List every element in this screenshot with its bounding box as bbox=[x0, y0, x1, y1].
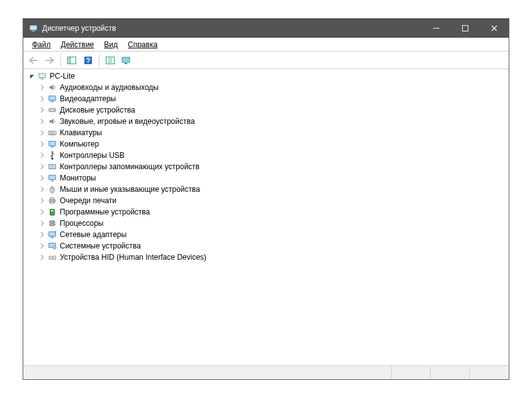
menu-help[interactable]: Справка bbox=[123, 39, 162, 50]
tree-item: Мыши и иные указывающие устройства bbox=[38, 184, 507, 195]
system-icon bbox=[47, 241, 57, 251]
svg-point-16 bbox=[54, 109, 55, 111]
tree-category-node[interactable]: Клавиатуры bbox=[38, 127, 507, 138]
device-tree-panel[interactable]: PC-Lite Аудиовходы и аудиовыходыВидеоада… bbox=[23, 69, 509, 365]
printer-icon bbox=[47, 196, 57, 206]
menu-action[interactable]: Действие bbox=[56, 39, 99, 50]
tree-item-label: Компьютер bbox=[60, 140, 99, 148]
tree-category-node[interactable]: Мониторы bbox=[38, 172, 507, 184]
status-cell bbox=[23, 366, 392, 379]
expander-icon[interactable] bbox=[38, 152, 46, 159]
expander-icon[interactable] bbox=[38, 118, 46, 125]
expander-icon[interactable] bbox=[38, 242, 46, 250]
close-button[interactable] bbox=[480, 19, 509, 38]
status-cell bbox=[431, 366, 470, 379]
tree-category-node[interactable]: Аудиовходы и аудиовыходы bbox=[38, 82, 507, 93]
svg-rect-32 bbox=[51, 210, 54, 211]
audio-icon bbox=[47, 116, 57, 126]
audio-icon bbox=[47, 82, 57, 92]
help-button[interactable]: ? bbox=[81, 53, 96, 67]
minimize-button[interactable] bbox=[422, 19, 451, 38]
expander-icon[interactable] bbox=[28, 72, 36, 80]
menubar: Файл Действие Вид Справка bbox=[23, 38, 509, 52]
expander-icon[interactable] bbox=[38, 231, 46, 238]
software-device-icon bbox=[47, 207, 57, 217]
svg-point-41 bbox=[53, 255, 55, 260]
tree-item: Программные устройства bbox=[38, 206, 507, 218]
tree-category-node[interactable]: Звуковые, игровые и видеоустройства bbox=[38, 116, 507, 127]
expander-icon[interactable] bbox=[38, 208, 46, 216]
svg-rect-1 bbox=[31, 31, 35, 32]
tree-item: Процессоры bbox=[38, 218, 507, 229]
tree-item: Устройства HID (Human Interface Devices) bbox=[38, 252, 507, 263]
tree-category-node[interactable]: Мыши и иные указывающие устройства bbox=[38, 184, 507, 195]
usb-icon bbox=[47, 150, 57, 160]
maximize-button[interactable] bbox=[451, 19, 480, 38]
tree-category-node[interactable]: Процессоры bbox=[38, 218, 507, 229]
monitor-icon bbox=[47, 173, 57, 183]
mouse-icon bbox=[47, 184, 57, 194]
menu-view[interactable]: Вид bbox=[99, 39, 123, 50]
expander-icon[interactable] bbox=[38, 140, 46, 148]
tree-category-node[interactable]: Контроллеры запоминающих устройств bbox=[38, 161, 507, 172]
svg-text:?: ? bbox=[86, 57, 91, 64]
show-hide-tree-button[interactable] bbox=[64, 53, 79, 67]
tree-root-node[interactable]: PC-Lite bbox=[25, 70, 507, 82]
tree-category-node[interactable]: Дисковые устройства bbox=[38, 104, 507, 116]
tree-category-node[interactable]: Видеоадаптеры bbox=[38, 93, 507, 104]
computer-icon bbox=[47, 139, 57, 149]
expander-icon[interactable] bbox=[38, 197, 46, 204]
back-button[interactable] bbox=[26, 53, 41, 67]
svg-rect-30 bbox=[50, 202, 54, 204]
svg-rect-34 bbox=[51, 222, 54, 225]
hid-icon bbox=[47, 252, 57, 262]
device-manager-window: Диспетчер устройств Файл Действие Вид Сп… bbox=[23, 18, 509, 380]
scan-hardware-button[interactable] bbox=[103, 53, 118, 67]
expander-icon[interactable] bbox=[38, 84, 46, 91]
tree-item-label: Устройства HID (Human Interface Devices) bbox=[60, 253, 207, 262]
svg-rect-10 bbox=[125, 63, 127, 64]
expander-icon[interactable] bbox=[38, 186, 46, 193]
tree-item-label: Контроллеры запоминающих устройств bbox=[60, 162, 200, 171]
svg-point-21 bbox=[51, 158, 54, 160]
tree-item-label: Мониторы bbox=[60, 174, 96, 182]
expander-icon[interactable] bbox=[38, 174, 46, 182]
tree-category-node[interactable]: Устройства HID (Human Interface Devices) bbox=[38, 252, 507, 263]
tree-item: Мониторы bbox=[38, 172, 507, 184]
tree-item-label: Звуковые, игровые и видеоустройства bbox=[60, 117, 195, 126]
tree-category-node[interactable]: Сетевые адаптеры bbox=[38, 229, 507, 240]
menu-file[interactable]: Файл bbox=[27, 39, 56, 50]
svg-rect-18 bbox=[49, 142, 56, 146]
display-adapter-icon bbox=[47, 94, 57, 104]
tree-item-label: Процессоры bbox=[60, 219, 104, 228]
tree-category-node[interactable]: Программные устройства bbox=[38, 206, 507, 218]
expander-icon[interactable] bbox=[38, 253, 46, 261]
expander-icon[interactable] bbox=[38, 219, 46, 227]
toolbar: ? bbox=[23, 52, 509, 69]
titlebar[interactable]: Диспетчер устройств bbox=[23, 19, 509, 38]
svg-rect-19 bbox=[50, 147, 54, 148]
expander-icon[interactable] bbox=[38, 163, 46, 170]
expander-icon[interactable] bbox=[38, 129, 46, 136]
tree-item: Компьютер bbox=[38, 138, 507, 150]
svg-rect-9 bbox=[122, 57, 130, 62]
svg-rect-0 bbox=[30, 26, 37, 30]
svg-rect-31 bbox=[50, 209, 55, 216]
expander-icon[interactable] bbox=[38, 106, 46, 114]
tree-category-node[interactable]: Компьютер bbox=[38, 138, 507, 150]
expander-icon[interactable] bbox=[38, 95, 46, 103]
svg-rect-29 bbox=[50, 198, 54, 200]
tree-item-label: Аудиовходы и аудиовыходы bbox=[60, 83, 159, 92]
tree-item: Контроллеры запоминающих устройств bbox=[38, 161, 507, 172]
status-cell bbox=[470, 366, 509, 379]
tree-category-node[interactable]: Очереди печати bbox=[38, 195, 507, 206]
window-controls bbox=[422, 19, 509, 38]
status-cell bbox=[392, 366, 431, 379]
tree-category-node[interactable]: Системные устройства bbox=[38, 240, 507, 252]
forward-button[interactable] bbox=[42, 53, 57, 67]
monitor-devices-button[interactable] bbox=[119, 53, 134, 67]
tree-root-label: PC-Lite bbox=[50, 72, 75, 81]
statusbar bbox=[23, 365, 509, 379]
tree-category-node[interactable]: Контроллеры USB bbox=[38, 150, 507, 161]
svg-rect-12 bbox=[40, 79, 43, 80]
